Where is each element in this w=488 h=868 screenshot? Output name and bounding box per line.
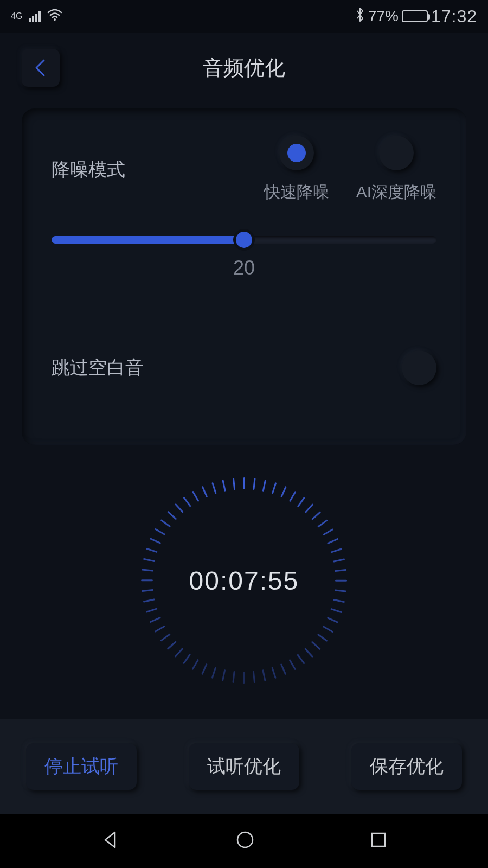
save-optimize-button[interactable]: 保存优化 [351,743,462,790]
chevron-left-icon [33,58,48,78]
skip-silence-row: 跳过空白音 [52,329,436,407]
noise-mode-group: 快速降噪 AI深度降噪 [264,136,436,203]
radio-circle [379,136,414,170]
noise-slider[interactable]: 20 [52,236,436,279]
signal-icon [29,10,41,22]
slider-fill [52,236,244,244]
battery-icon [402,10,428,22]
header: 音频优化 [0,33,488,108]
slider-thumb[interactable] [236,232,252,248]
action-bar: 停止试听 试听优化 保存优化 [0,719,488,814]
skip-silence-toggle[interactable] [402,350,436,385]
settings-card: 降噪模式 快速降噪 AI深度降噪 20 跳过空白音 [22,108,466,445]
clock: 17:32 [431,7,477,27]
nav-recent-button[interactable] [369,830,388,852]
wifi-icon [47,9,62,23]
nav-home-button[interactable] [234,829,256,853]
radio-ai-noise[interactable]: AI深度降噪 [356,136,436,203]
nav-back-button[interactable] [100,829,121,853]
timer-dial: 00:07:55 [141,477,347,684]
noise-mode-label: 降噪模式 [52,157,125,182]
preview-optimize-button[interactable]: 试听优化 [189,743,299,790]
radio-ai-label: AI深度降噪 [356,181,436,203]
status-right: 77% 17:32 [355,7,477,27]
page-title: 音频优化 [60,54,428,82]
slider-value: 20 [52,257,436,279]
stop-preview-button[interactable]: 停止试听 [26,743,137,790]
noise-mode-row: 降噪模式 快速降噪 AI深度降噪 [52,136,436,203]
divider [52,304,436,304]
system-nav [0,814,488,868]
bluetooth-icon [355,7,365,26]
slider-track [52,236,436,244]
svg-point-1 [237,832,253,847]
radio-fast-label: 快速降噪 [264,181,329,203]
network-label: 4G [11,11,22,21]
network-badge: 4G [11,12,22,20]
timer-area: 00:07:55 [0,477,488,684]
back-button[interactable] [22,49,60,87]
radio-circle [279,136,314,170]
status-bar: 4G 77% 17:32 [0,0,488,33]
skip-silence-label: 跳过空白音 [52,355,144,380]
radio-fast-noise[interactable]: 快速降噪 [264,136,329,203]
timer-display: 00:07:55 [189,566,299,596]
battery-percent: 77% [368,8,399,25]
svg-rect-2 [372,833,385,846]
svg-point-0 [54,18,56,21]
status-left: 4G [11,9,62,23]
